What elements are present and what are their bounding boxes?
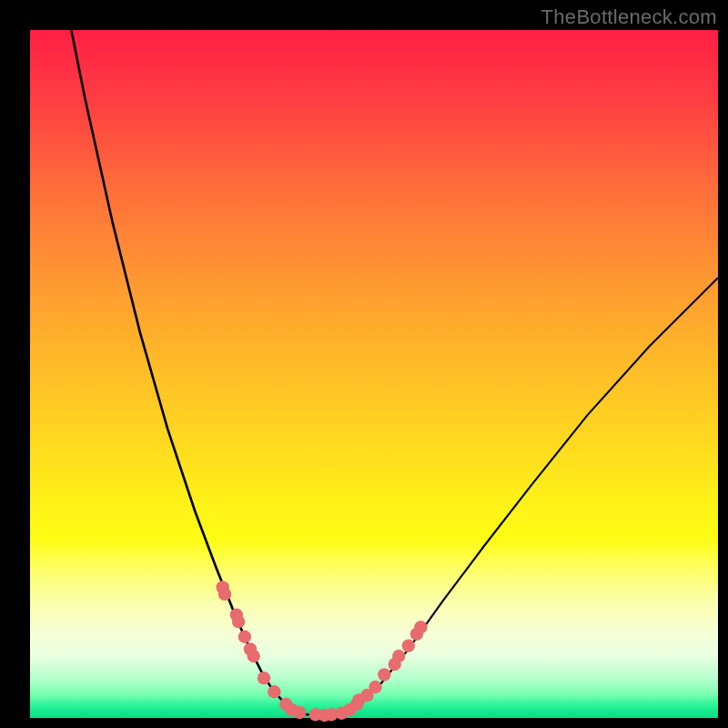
data-marker <box>232 615 245 628</box>
data-marker <box>369 681 381 693</box>
chart-frame: TheBottleneck.com <box>0 0 728 728</box>
markers-group <box>216 581 427 722</box>
plot-area <box>30 30 718 718</box>
data-marker <box>238 631 251 643</box>
data-marker <box>414 621 427 633</box>
data-marker <box>402 639 415 652</box>
chart-svg <box>30 30 718 718</box>
curve-right-group <box>347 278 718 713</box>
data-marker <box>258 672 270 684</box>
data-marker <box>293 706 306 719</box>
data-marker <box>268 685 280 698</box>
curve-left <box>71 30 298 713</box>
curve-right <box>347 278 718 713</box>
data-marker <box>392 650 405 662</box>
data-marker <box>248 650 260 662</box>
watermark-text: TheBottleneck.com <box>541 5 717 29</box>
data-marker <box>378 668 390 681</box>
data-marker <box>218 588 231 601</box>
curve-left-group <box>71 30 298 713</box>
